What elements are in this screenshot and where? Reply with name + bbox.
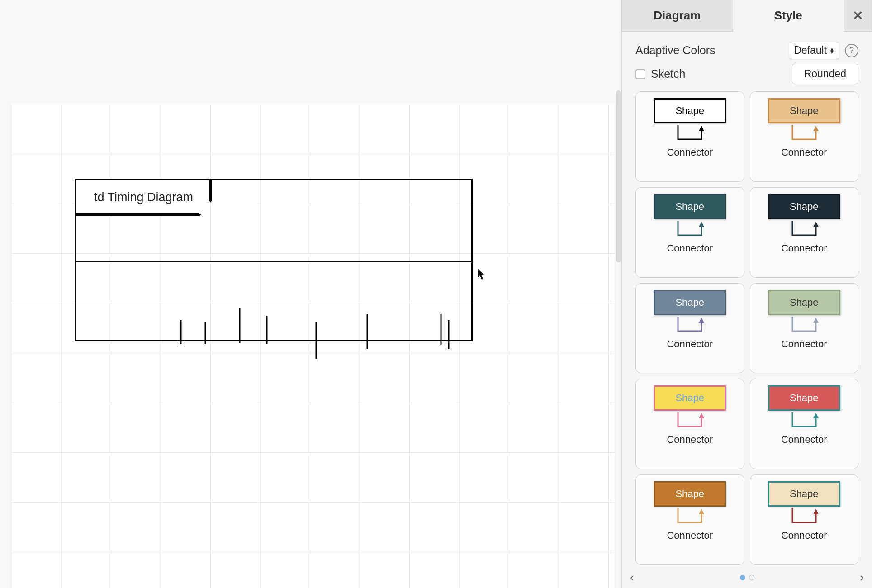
swatch-connector-label: Connector <box>667 530 713 541</box>
swatch-connector-icon <box>783 508 825 527</box>
swatch-connector-icon <box>783 125 825 144</box>
ruler-tick[interactable] <box>239 308 241 343</box>
style-swatch[interactable]: ShapeConnector <box>750 474 859 565</box>
adaptive-colors-value: Default <box>794 44 827 57</box>
adaptive-colors-row: Adaptive Colors Default ▲▼ ? <box>635 42 858 59</box>
pager-prev[interactable]: ‹ <box>630 570 634 584</box>
swatch-shape: Shape <box>768 481 840 507</box>
swatch-connector-label: Connector <box>781 530 827 541</box>
style-swatch[interactable]: ShapeConnector <box>750 283 859 374</box>
swatch-connector-icon <box>783 221 825 240</box>
swatch-shape: Shape <box>654 98 726 123</box>
pager-next[interactable]: › <box>860 570 864 584</box>
style-swatch[interactable]: ShapeConnector <box>635 474 744 565</box>
style-swatch[interactable]: ShapeConnector <box>750 187 859 278</box>
swatch-connector-icon <box>783 412 825 431</box>
swatch-connector-label: Connector <box>781 242 827 254</box>
help-icon[interactable]: ? <box>845 44 858 57</box>
swatch-connector-label: Connector <box>667 338 713 350</box>
swatch-connector-icon <box>669 125 711 144</box>
adaptive-colors-label: Adaptive Colors <box>635 44 715 57</box>
swatch-connector-label: Connector <box>781 434 827 446</box>
panel-body: Adaptive Colors Default ▲▼ ? Sketch Roun… <box>622 32 872 568</box>
style-swatch[interactable]: ShapeConnector <box>635 379 744 469</box>
tab-style-label: Style <box>774 9 802 23</box>
panel-tabs: Diagram Style ✕ <box>622 0 872 32</box>
swatch-shape: Shape <box>768 385 840 411</box>
swatch-connector-label: Connector <box>667 242 713 254</box>
style-swatch[interactable]: ShapeConnector <box>635 187 744 278</box>
swatch-shape: Shape <box>654 194 726 219</box>
style-swatches-grid: ShapeConnectorShapeConnectorShapeConnect… <box>635 91 858 565</box>
swatch-connector-label: Connector <box>667 434 713 446</box>
swatch-connector-icon <box>669 412 711 431</box>
style-swatch[interactable]: ShapeConnector <box>750 379 859 469</box>
ruler-tick[interactable] <box>316 322 317 359</box>
close-icon: ✕ <box>853 8 863 23</box>
swatch-connector-icon <box>783 317 825 336</box>
frame-title-text: td Timing Diagram <box>94 190 193 204</box>
sketch-label: Sketch <box>651 67 685 81</box>
ruler-tick[interactable] <box>205 322 206 344</box>
swatch-connector-icon <box>669 508 711 527</box>
tab-diagram[interactable]: Diagram <box>622 0 733 32</box>
style-swatch[interactable]: ShapeConnector <box>635 283 744 374</box>
ruler-tick[interactable] <box>441 314 442 345</box>
swatch-shape: Shape <box>768 290 840 315</box>
tab-diagram-label: Diagram <box>654 9 701 23</box>
sketch-rounded-row: Sketch Rounded <box>635 64 858 84</box>
ruler-tick[interactable] <box>367 314 368 349</box>
frame-divider <box>76 261 471 262</box>
swatch-shape: Shape <box>654 481 726 507</box>
pager-dot-2[interactable] <box>749 575 754 580</box>
chevron-updown-icon: ▲▼ <box>829 47 834 54</box>
ruler-tick[interactable] <box>180 320 182 344</box>
ruler-tick[interactable] <box>266 316 268 344</box>
scrollbar-thumb[interactable] <box>616 90 621 262</box>
swatch-connector-label: Connector <box>781 338 827 350</box>
style-swatch[interactable]: ShapeConnector <box>750 91 859 182</box>
mouse-cursor-icon <box>477 268 485 280</box>
swatch-connector-icon <box>669 317 711 336</box>
swatch-shape: Shape <box>768 98 840 123</box>
pager-dots <box>740 575 754 580</box>
canvas-grid[interactable]: td Timing Diagram <box>11 104 615 588</box>
canvas-area[interactable]: td Timing Diagram <box>0 0 621 588</box>
rounded-label: Rounded <box>804 68 846 80</box>
swatch-connector-label: Connector <box>781 147 827 158</box>
swatch-shape: Shape <box>654 290 726 315</box>
style-swatch[interactable]: ShapeConnector <box>635 91 744 182</box>
swatch-shape: Shape <box>654 385 726 411</box>
swatch-shape: Shape <box>768 194 840 219</box>
tab-style[interactable]: Style <box>733 0 844 32</box>
close-panel-button[interactable]: ✕ <box>844 0 872 32</box>
adaptive-colors-select[interactable]: Default ▲▼ <box>789 42 839 59</box>
swatch-connector-label: Connector <box>667 147 713 158</box>
rounded-button[interactable]: Rounded <box>792 64 858 84</box>
ruler-tick[interactable] <box>448 320 450 349</box>
style-panel: Diagram Style ✕ Adaptive Colors Default … <box>621 0 872 588</box>
sketch-checkbox[interactable] <box>635 69 645 79</box>
timing-frame[interactable]: td Timing Diagram <box>75 179 473 341</box>
frame-title[interactable]: td Timing Diagram <box>75 179 212 216</box>
pager: ‹ › <box>622 568 872 588</box>
swatch-connector-icon <box>669 221 711 240</box>
pager-dot-1[interactable] <box>740 575 745 580</box>
